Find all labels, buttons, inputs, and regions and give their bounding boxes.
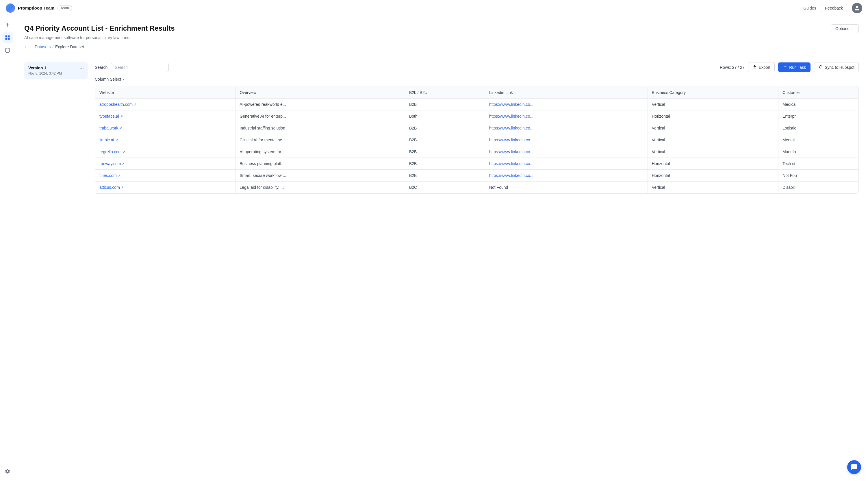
col-linkedin: Linkedin Link [485,87,648,98]
website-link[interactable]: atroposhealth.com↗ [99,102,231,107]
chevron-right-icon: › [123,77,124,81]
linkedin-link[interactable]: https://www.linkedin.co... [489,114,644,119]
sidebar [0,16,15,481]
cell-business-category: Vertical [648,182,778,193]
external-link-icon: ↗ [122,162,125,166]
external-link-icon: ↗ [123,150,125,154]
linkedin-link[interactable]: https://www.linkedin.co... [489,102,644,107]
cell-business-category: Vertical [648,134,778,146]
cell-business-category: Horizontal [648,170,778,182]
cell-linkedin: https://www.linkedin.co... [485,146,648,158]
table-row: limbic.ai↗Clinical AI for mental he...B2… [95,134,859,146]
cell-b2b-b2c: B2B [405,146,485,158]
table-body: atroposhealth.com↗AI-powered real-world … [95,98,859,193]
version-item[interactable]: Version 1 Nov 8, 2024, 3:42 PM ··· [24,62,88,79]
website-link[interactable]: runway.com↗ [99,161,231,166]
website-link[interactable]: tines.com↗ [99,173,231,178]
cell-website: regrello.com↗ [95,146,236,158]
sidebar-database-icon[interactable] [2,45,13,56]
cell-website: atticus.com↗ [95,182,236,193]
cell-b2b-b2c: B2B [405,170,485,182]
version-date: Nov 8, 2024, 3:42 PM [28,71,62,76]
cell-linkedin: https://www.linkedin.co... [485,98,648,111]
feedback-button[interactable]: Feedback [821,4,847,12]
guides-link[interactable]: Guides [803,6,816,10]
col-customer: Customer [778,87,859,98]
col-overview: Overview [236,87,405,98]
table-row: atroposhealth.com↗AI-powered real-world … [95,98,859,111]
cell-overview: Clinical AI for mental he... [236,134,405,146]
cell-b2b-b2c: B2C [405,182,485,193]
sidebar-add-icon[interactable] [2,20,13,30]
sync-label: Sync to Hubspot [825,65,855,70]
breadcrumb-separator: / [52,44,54,49]
options-button[interactable]: Options ··· [831,24,859,33]
linkedin-link[interactable]: https://www.linkedin.co... [489,149,644,154]
external-link-icon: ↗ [134,102,136,107]
website-link[interactable]: atticus.com↗ [99,185,231,190]
brand-name: Promptloop Team [18,5,54,10]
version-name: Version 1 [28,66,62,70]
datasets-link[interactable]: ← ← Datasets [24,44,51,49]
chat-bubble[interactable] [847,460,861,474]
export-button[interactable]: Export [748,62,775,72]
search-input[interactable] [111,63,169,72]
avatar[interactable] [852,3,862,13]
linkedin-link[interactable]: https://www.linkedin.co... [489,173,644,178]
cell-linkedin: https://www.linkedin.co... [485,158,648,170]
cell-business-category: Vertical [648,122,778,134]
cell-overview: Industrial staffing solution [236,122,405,134]
cell-customer: Medica [778,98,859,111]
data-table: Website Overview B2b / B2c Linkedin Link… [95,86,859,193]
external-link-icon: ↗ [119,126,122,130]
toolbar: Search Rows: 27 / 27 Export Run Task [95,62,859,72]
linkedin-link[interactable]: https://www.linkedin.co... [489,126,644,130]
external-link-icon: ↗ [118,174,121,178]
table-row: tines.com↗Smart, secure workflow ...B2Bh… [95,170,859,182]
top-navigation: Promptloop Team Team Guides Feedback [0,0,868,16]
cell-website: typeface.ai↗ [95,111,236,122]
cell-website: runway.com↗ [95,158,236,170]
table-header: Website Overview B2b / B2c Linkedin Link… [95,87,859,98]
download-icon [752,64,757,70]
column-select-bar[interactable]: Column Select › [95,77,859,82]
sync-hubspot-button[interactable]: Sync to Hubspot [814,62,859,72]
cell-overview: Smart, secure workflow ... [236,170,405,182]
website-link[interactable]: regrello.com↗ [99,149,231,154]
website-link[interactable]: traba.work↗ [99,126,231,130]
cell-linkedin: Not Found [485,182,648,193]
cell-b2b-b2c: B2B [405,134,485,146]
linkedin-link[interactable]: https://www.linkedin.co... [489,161,644,166]
cell-linkedin: https://www.linkedin.co... [485,134,648,146]
datasets-label: ← Datasets [29,44,51,49]
run-task-label: Run Task [789,65,806,70]
breadcrumb: ← ← Datasets / Explore Dataset [24,44,859,49]
section-divider [24,55,859,55]
cell-overview: AI-powered real-world e... [236,98,405,111]
cell-customer: Enterpr [778,111,859,122]
cell-website: atroposhealth.com↗ [95,98,236,111]
run-task-button[interactable]: Run Task [778,62,810,72]
header-row: Website Overview B2b / B2c Linkedin Link… [95,87,859,98]
linkedin-link[interactable]: https://www.linkedin.co... [489,138,644,142]
website-link[interactable]: limbic.ai↗ [99,138,231,142]
logo-icon [6,3,15,13]
version-menu-icon[interactable]: ··· [80,66,84,71]
settings-icon[interactable] [2,466,13,476]
cell-customer: Logistic [778,122,859,134]
cell-b2b-b2c: B2B [405,122,485,134]
table-row: traba.work↗Industrial staffing solutionB… [95,122,859,134]
external-link-icon: ↗ [120,115,123,118]
cell-customer: Mental [778,134,859,146]
website-link[interactable]: typeface.ai↗ [99,114,231,119]
cell-website: traba.work↗ [95,122,236,134]
options-dots-icon: ··· [851,26,855,31]
search-label: Search [95,65,107,70]
table-row: atticus.com↗Legal aid for disability, ..… [95,182,859,193]
external-link-icon: ↗ [115,138,118,142]
sidebar-bottom [2,466,13,476]
sidebar-grid-icon[interactable] [2,32,13,43]
page-title: Q4 Priority Account List - Enrichment Re… [24,24,175,32]
col-b2b-b2c: B2b / B2c [405,87,485,98]
run-task-plus-icon [783,64,787,70]
